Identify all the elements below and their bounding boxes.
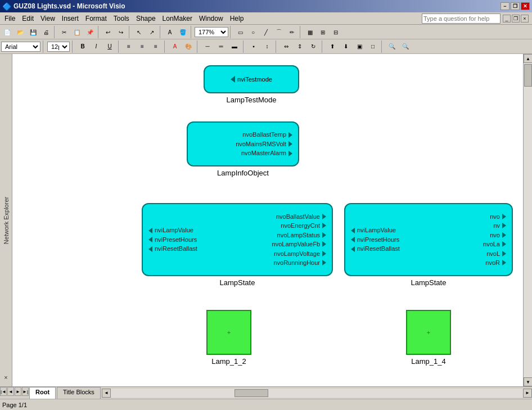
freeform-tool[interactable]: ✏: [286, 26, 298, 38]
sep2: [98, 26, 100, 38]
arc-tool[interactable]: ⌒: [273, 26, 285, 38]
align-right-button[interactable]: ≡: [150, 40, 162, 53]
lampInfoObject-box[interactable]: nvoBallastTemp nvoMainsRMSVolt nvoMaster…: [187, 121, 299, 166]
hscroll-area: ◄ ►: [102, 387, 532, 399]
bold-button[interactable]: B: [76, 40, 89, 53]
scroll-track[interactable]: [524, 63, 532, 377]
restore-button[interactable]: ❐: [511, 2, 520, 10]
lampState1-box[interactable]: nviLampValue nviPresetHours nviResetBall…: [142, 203, 333, 276]
titlebar-controls[interactable]: − ❐ ✕: [501, 2, 530, 10]
hscroll-track[interactable]: [111, 389, 523, 398]
open-button[interactable]: 📂: [14, 26, 26, 38]
hscroll-thumb[interactable]: [235, 389, 268, 397]
lampState2-inputs: nviLampValue nviPresetHours nviResetBall…: [351, 209, 448, 271]
flipv-button[interactable]: ⇕: [294, 40, 306, 53]
fliph-button[interactable]: ⇔: [280, 40, 292, 53]
line-tool[interactable]: ╱: [260, 26, 272, 38]
lampInfoObject-label: LampInfoObject: [217, 169, 269, 177]
lampTestMode-box[interactable]: nviTestmode: [204, 65, 299, 93]
group2-button[interactable]: ▣: [353, 40, 366, 53]
fill-button[interactable]: 🪣: [177, 26, 189, 38]
main-area: Network Explorer × nviTestmode LampTestM…: [0, 54, 532, 386]
fontsize-combo[interactable]: 12pt: [47, 42, 70, 52]
app-close-button[interactable]: ×: [521, 15, 529, 22]
fillcolor-button[interactable]: 🎨: [182, 40, 195, 53]
scroll-thumb[interactable]: [524, 64, 532, 87]
linestyle-button[interactable]: ═: [215, 40, 227, 53]
align-button[interactable]: ⊟: [330, 26, 342, 38]
italic-button[interactable]: I: [90, 40, 102, 53]
bringfront-button[interactable]: ⬆: [326, 40, 339, 53]
menu-help[interactable]: Help: [227, 13, 247, 24]
lampState1-label: LampState: [220, 278, 255, 287]
print-button[interactable]: 🖨: [40, 26, 52, 38]
ls2-in1: nviLampValue: [351, 226, 448, 235]
lamp12-box[interactable]: +: [206, 310, 251, 355]
help-search-input[interactable]: [422, 13, 501, 24]
app-minimize-button[interactable]: _: [503, 15, 511, 22]
group-button[interactable]: ⊞: [317, 26, 329, 38]
lineweight-button[interactable]: ▬: [228, 40, 241, 53]
sep-fmt5: [197, 40, 199, 53]
scroll-up-button[interactable]: ▲: [524, 54, 532, 63]
hscroll-right-button[interactable]: ►: [523, 389, 532, 398]
ellipse-tool[interactable]: ○: [247, 26, 259, 38]
rotate-button[interactable]: ↻: [307, 40, 319, 53]
fontcolor-button[interactable]: A: [169, 40, 181, 53]
tab-title-blocks[interactable]: Title Blocks: [57, 387, 101, 399]
hscroll-left-button[interactable]: ◄: [102, 389, 111, 398]
lampState1-node: nviLampValue nviPresetHours nviResetBall…: [142, 203, 333, 287]
lamp14-box[interactable]: +: [406, 310, 451, 355]
menu-insert[interactable]: Insert: [58, 13, 82, 24]
align-left-button[interactable]: ≡: [123, 40, 135, 53]
paste-button[interactable]: 📌: [84, 26, 96, 38]
pointer-button[interactable]: ↖: [133, 26, 145, 38]
sep-fmt6: [243, 40, 245, 53]
menu-view[interactable]: View: [37, 13, 58, 24]
tab-prev-button[interactable]: ◄: [7, 387, 14, 396]
connector-button[interactable]: ↗: [146, 26, 158, 38]
sep-fmt4: [164, 40, 166, 53]
tab-first-button[interactable]: |◄: [0, 387, 7, 396]
cut-button[interactable]: ✂: [58, 26, 70, 38]
close-button[interactable]: ✕: [521, 2, 530, 10]
text-button[interactable]: A: [164, 26, 176, 38]
connector-style-button[interactable]: ↕: [261, 40, 273, 53]
scroll-down-button[interactable]: ▼: [524, 377, 532, 386]
menu-file[interactable]: File: [1, 13, 19, 24]
zoom-in-button[interactable]: 🔍: [386, 40, 398, 53]
shadow-button[interactable]: ▦: [304, 26, 316, 38]
diagram-canvas[interactable]: nviTestmode LampTestMode nvoBallastTemp …: [12, 54, 523, 386]
sep-fmt7: [276, 40, 278, 53]
menu-lonmaker[interactable]: LonMaker: [159, 13, 196, 24]
app-restore-button[interactable]: ❐: [512, 15, 520, 22]
zoom-combo[interactable]: 177% 100% 75% 50%: [195, 27, 228, 37]
menu-tools[interactable]: Tools: [110, 13, 133, 24]
zoomout-button[interactable]: 🔍: [399, 40, 412, 53]
menu-format[interactable]: Format: [82, 13, 110, 24]
panel-close-button[interactable]: ×: [4, 374, 7, 381]
ungroup-button[interactable]: □: [367, 40, 379, 53]
new-button[interactable]: 📄: [1, 26, 13, 38]
save-button[interactable]: 💾: [27, 26, 39, 38]
tab-root[interactable]: Root: [29, 387, 56, 399]
tab-next-button[interactable]: ►: [15, 387, 21, 396]
underline-button[interactable]: U: [103, 40, 116, 53]
vertical-scrollbar[interactable]: ▲ ▼: [523, 54, 532, 386]
lampState2-box[interactable]: nviLampValue nviPresetHours nviResetBall…: [344, 203, 513, 276]
ls1-out4: nvoLampValueFb: [237, 240, 326, 249]
font-combo[interactable]: Arial: [1, 42, 40, 52]
redo-button[interactable]: ↪: [115, 26, 127, 38]
menu-shape[interactable]: Shape: [133, 13, 159, 24]
minimize-button[interactable]: −: [501, 2, 510, 10]
menu-window[interactable]: Window: [196, 13, 227, 24]
sendback-button[interactable]: ⬇: [340, 40, 352, 53]
rectangle-tool[interactable]: ▭: [234, 26, 246, 38]
menu-edit[interactable]: Edit: [19, 13, 37, 24]
align-center-button[interactable]: ≡: [136, 40, 148, 53]
shadow-style-button[interactable]: ▪: [247, 40, 260, 53]
copy-button[interactable]: 📋: [71, 26, 83, 38]
linecolor-button[interactable]: ─: [201, 40, 214, 53]
tab-last-button[interactable]: ►|: [22, 387, 29, 396]
undo-button[interactable]: ↩: [102, 26, 114, 38]
